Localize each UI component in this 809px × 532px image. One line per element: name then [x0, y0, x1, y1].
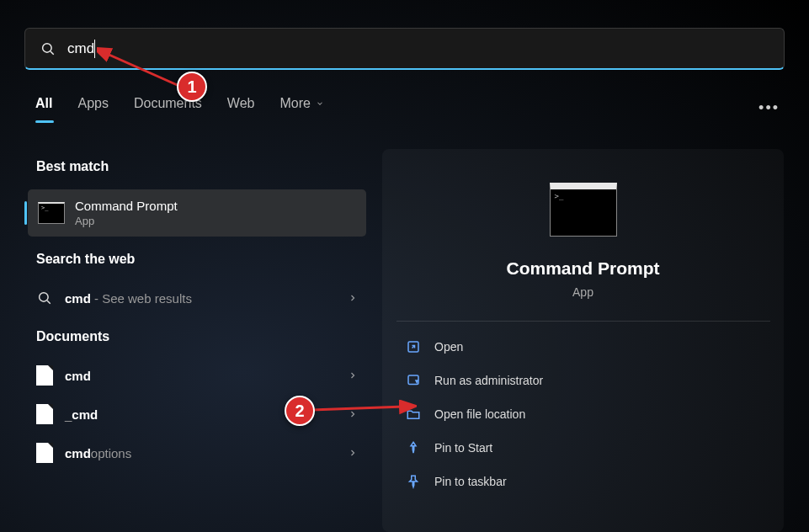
shield-icon	[406, 373, 421, 388]
text-cursor	[94, 40, 95, 58]
chevron-right-icon	[348, 370, 358, 380]
action-pin-to-start[interactable]: Pin to Start	[397, 431, 769, 465]
svg-line-1	[51, 51, 54, 55]
chevron-right-icon	[348, 409, 358, 419]
command-prompt-icon	[38, 202, 65, 224]
best-match-command-prompt[interactable]: Command Prompt App	[28, 189, 366, 237]
action-label: Open file location	[434, 407, 525, 421]
search-icon	[40, 41, 56, 56]
action-label: Open	[434, 340, 463, 354]
open-icon	[406, 339, 421, 354]
pin-start-icon	[406, 440, 421, 455]
preview-panel: Command Prompt App Open Run as administr…	[382, 149, 784, 532]
action-run-as-administrator[interactable]: Run as administrator	[397, 364, 769, 397]
tab-all[interactable]: All	[35, 96, 52, 123]
web-result-label: cmd - See web results	[65, 291, 336, 306]
web-result-cmd[interactable]: cmd - See web results	[24, 279, 370, 317]
search-bar[interactable]: cmd	[24, 28, 785, 70]
command-prompt-icon-large	[550, 183, 617, 237]
tab-more[interactable]: More	[279, 96, 323, 123]
document-icon	[36, 444, 53, 461]
search-tabs: All Apps Documents Web More	[35, 96, 324, 123]
folder-icon	[406, 407, 421, 422]
action-label: Pin to Start	[434, 441, 492, 455]
svg-point-2	[40, 293, 49, 302]
pin-taskbar-icon	[406, 474, 421, 489]
action-label: Run as administrator	[434, 374, 543, 387]
document-label: cmd	[65, 369, 336, 383]
section-documents: Documents	[24, 317, 370, 356]
action-list: Open Run as administrator Open file loca…	[382, 330, 784, 498]
best-match-subtitle: App	[75, 215, 178, 227]
section-best-match: Best match	[24, 147, 370, 186]
annotation-badge-1: 1	[177, 72, 207, 102]
preview-subtitle: App	[572, 285, 593, 299]
section-search-web: Search the web	[24, 240, 370, 279]
svg-line-3	[47, 301, 51, 304]
action-pin-to-taskbar[interactable]: Pin to taskbar	[397, 465, 769, 498]
document-result-1[interactable]: _cmd	[24, 395, 370, 434]
action-open[interactable]: Open	[397, 330, 769, 364]
document-result-0[interactable]: cmd	[24, 356, 370, 395]
document-icon	[36, 367, 53, 384]
document-result-2[interactable]: cmdoptions	[24, 434, 370, 472]
action-open-file-location[interactable]: Open file location	[397, 397, 769, 431]
document-label: cmdoptions	[65, 446, 336, 460]
best-match-title: Command Prompt	[75, 199, 178, 213]
svg-point-0	[43, 43, 52, 52]
more-options-button[interactable]: •••	[758, 99, 780, 117]
chevron-right-icon	[348, 293, 358, 303]
search-input-text[interactable]: cmd	[67, 40, 94, 57]
divider	[397, 321, 770, 322]
search-icon	[36, 290, 53, 306]
chevron-right-icon	[348, 448, 358, 458]
chevron-down-icon	[316, 99, 324, 108]
annotation-badge-2: 2	[285, 396, 315, 426]
action-label: Pin to taskbar	[434, 475, 507, 488]
tab-web[interactable]: Web	[227, 96, 255, 123]
preview-title: Command Prompt	[506, 258, 659, 279]
tab-apps[interactable]: Apps	[77, 96, 108, 123]
results-panel: Best match Command Prompt App Search the…	[24, 147, 370, 472]
document-icon	[36, 406, 53, 423]
